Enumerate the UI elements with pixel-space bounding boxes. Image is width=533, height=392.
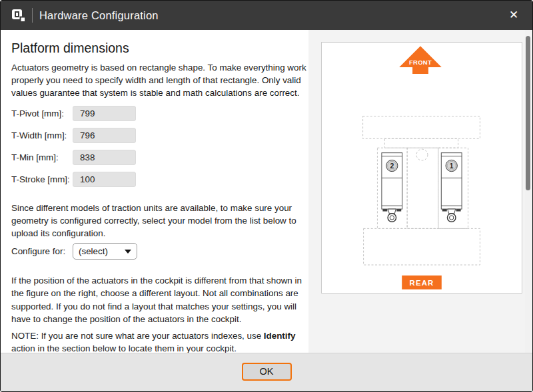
actuator-1: 1 xyxy=(441,153,462,222)
footer-bar: OK xyxy=(1,353,532,391)
rear-badge: REAR xyxy=(402,276,442,290)
actuator-2: 2 xyxy=(382,153,402,222)
hardware-configuration-dialog: Hardware Configuration ✕ Platform dimens… xyxy=(0,0,533,392)
front-arrow-icon: FRONT xyxy=(399,46,442,74)
actuator-1-clevis xyxy=(448,209,456,214)
app-logo-icon xyxy=(11,8,26,23)
t-pivot-label: T-Pivot [mm]: xyxy=(11,108,73,118)
note-identify: Identify xyxy=(264,331,296,341)
scrollbar-thumb[interactable] xyxy=(526,36,530,190)
diagram-region: FRONT xyxy=(308,30,532,353)
t-min-label: T-Min [mm]: xyxy=(11,152,73,162)
settings-column: Platform dimensions Actuators geometry i… xyxy=(1,30,308,353)
title-divider xyxy=(32,8,33,23)
layout-text: If the position of the actuators in the … xyxy=(11,274,308,325)
t-min-input[interactable]: 838 xyxy=(73,150,136,165)
field-row-t-pivot: T-Pivot [mm]: 799 xyxy=(11,106,308,121)
actuator-2-clevis xyxy=(388,209,396,214)
t-stroke-input[interactable]: 100 xyxy=(73,172,136,187)
window-title: Hardware Configuration xyxy=(39,9,159,22)
traction-units-text: Since different models of traction units… xyxy=(11,202,308,240)
section-heading: Platform dimensions xyxy=(11,41,308,56)
select-value: (select) xyxy=(79,246,122,256)
intro-text: Actuators geometry is based on rectangle… xyxy=(11,61,308,100)
ok-button[interactable]: OK xyxy=(242,363,292,381)
actuator-1-index: 1 xyxy=(450,162,454,170)
field-row-t-stroke: T-Stroke [mm]: 100 xyxy=(11,172,308,187)
pivot-marker xyxy=(416,149,428,160)
close-icon[interactable]: ✕ xyxy=(506,7,522,23)
configure-for-row: Configure for: (select) xyxy=(11,243,308,260)
layout-diagram-panel: FRONT xyxy=(321,42,522,294)
t-width-label: T-Width [mm]: xyxy=(11,130,73,140)
note-prefix: NOTE: If you are not sure what are your … xyxy=(11,331,264,341)
dialog-content: Platform dimensions Actuators geometry i… xyxy=(1,30,532,353)
actuator-2-index: 2 xyxy=(390,162,394,170)
dropdown-arrow-icon xyxy=(125,250,131,254)
actuator-layout-diagram: FRONT xyxy=(322,43,522,293)
field-row-t-width: T-Width [mm]: 796 xyxy=(11,128,308,143)
front-label: FRONT xyxy=(409,59,432,66)
title-bar[interactable]: Hardware Configuration ✕ xyxy=(1,1,532,30)
configure-for-label: Configure for: xyxy=(11,246,73,256)
t-pivot-input[interactable]: 799 xyxy=(73,106,136,121)
scrollbar-track[interactable] xyxy=(525,30,530,353)
field-row-t-min: T-Min [mm]: 838 xyxy=(11,150,308,165)
t-width-input[interactable]: 796 xyxy=(73,128,136,143)
t-stroke-label: T-Stroke [mm]: xyxy=(11,174,73,184)
rear-label: REAR xyxy=(409,279,434,287)
configure-for-select[interactable]: (select) xyxy=(73,243,137,260)
note-text: NOTE: If you are not sure what are your … xyxy=(11,329,308,353)
platform-outline xyxy=(363,116,480,266)
note-suffix: action in the section below to locate th… xyxy=(11,343,237,353)
